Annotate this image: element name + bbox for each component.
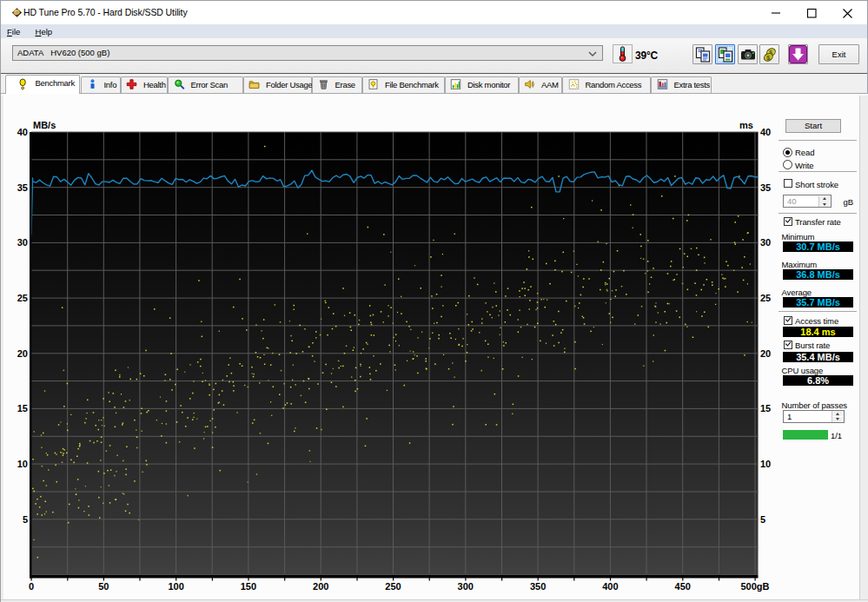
- svg-text:450: 450: [675, 581, 691, 592]
- svg-text:500gB: 500gB: [740, 581, 769, 592]
- svg-text:20: 20: [17, 348, 28, 359]
- svg-text:25: 25: [760, 293, 771, 303]
- svg-text:5: 5: [23, 514, 28, 525]
- svg-text:15: 15: [17, 403, 28, 413]
- svg-text:100: 100: [168, 581, 183, 592]
- svg-text:250: 250: [385, 581, 401, 592]
- svg-text:300: 300: [458, 581, 474, 592]
- svg-text:MB/s: MB/s: [33, 120, 56, 130]
- svg-text:10: 10: [17, 459, 28, 469]
- svg-text:40: 40: [760, 127, 771, 137]
- svg-text:30: 30: [17, 237, 28, 248]
- svg-text:400: 400: [602, 581, 618, 592]
- svg-text:0: 0: [29, 581, 34, 592]
- svg-text:150: 150: [241, 581, 256, 592]
- svg-text:200: 200: [313, 581, 328, 592]
- svg-text:50: 50: [98, 581, 109, 592]
- svg-text:5: 5: [760, 514, 765, 525]
- svg-text:ms: ms: [739, 120, 753, 130]
- svg-text:30: 30: [760, 237, 771, 248]
- svg-text:40: 40: [17, 127, 28, 137]
- svg-text:20: 20: [760, 348, 771, 359]
- svg-text:15: 15: [760, 403, 771, 413]
- svg-text:350: 350: [530, 581, 546, 592]
- svg-text:10: 10: [760, 459, 771, 469]
- svg-text:$: $: [766, 55, 770, 62]
- svg-text:25: 25: [17, 293, 28, 303]
- svg-text:35: 35: [17, 182, 28, 193]
- svg-text:35: 35: [760, 182, 771, 193]
